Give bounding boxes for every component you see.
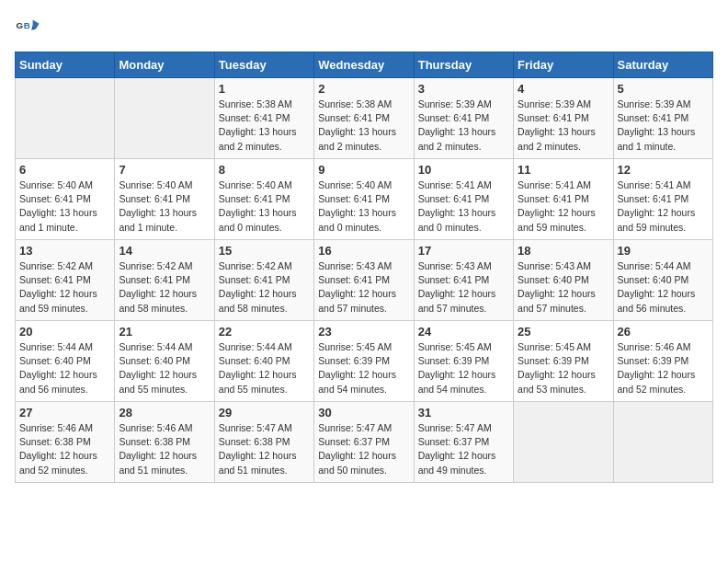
calendar-cell: 18Sunrise: 5:43 AM Sunset: 6:40 PM Dayli… <box>514 240 613 321</box>
calendar-cell: 2Sunrise: 5:38 AM Sunset: 6:41 PM Daylig… <box>314 78 414 159</box>
calendar-table: SundayMondayTuesdayWednesdayThursdayFrid… <box>15 52 713 483</box>
day-number: 29 <box>219 406 310 419</box>
day-info: Sunrise: 5:46 AM Sunset: 6:38 PM Dayligh… <box>19 421 110 477</box>
day-number: 30 <box>318 406 409 419</box>
day-number: 19 <box>618 244 709 258</box>
calendar-cell: 14Sunrise: 5:42 AM Sunset: 6:41 PM Dayli… <box>115 240 214 321</box>
day-info: Sunrise: 5:38 AM Sunset: 6:41 PM Dayligh… <box>219 98 310 154</box>
calendar-cell: 28Sunrise: 5:46 AM Sunset: 6:38 PM Dayli… <box>115 402 214 483</box>
day-number: 14 <box>119 244 210 258</box>
calendar-cell: 17Sunrise: 5:43 AM Sunset: 6:41 PM Dayli… <box>414 240 513 321</box>
day-info: Sunrise: 5:42 AM Sunset: 6:41 PM Dayligh… <box>119 259 210 316</box>
calendar-cell: 30Sunrise: 5:47 AM Sunset: 6:37 PM Dayli… <box>314 402 414 483</box>
day-number: 28 <box>119 406 210 419</box>
calendar-cell: 3Sunrise: 5:39 AM Sunset: 6:41 PM Daylig… <box>414 78 513 159</box>
calendar-week-row: 27Sunrise: 5:46 AM Sunset: 6:38 PM Dayli… <box>16 402 713 483</box>
day-number: 15 <box>219 244 310 258</box>
calendar-cell: 27Sunrise: 5:46 AM Sunset: 6:38 PM Dayli… <box>16 402 115 483</box>
calendar-cell: 6Sunrise: 5:40 AM Sunset: 6:41 PM Daylig… <box>16 159 115 240</box>
weekday-header-cell: Monday <box>115 52 214 78</box>
calendar-cell: 11Sunrise: 5:41 AM Sunset: 6:41 PM Dayli… <box>514 159 613 240</box>
calendar-cell: 31Sunrise: 5:47 AM Sunset: 6:37 PM Dayli… <box>414 402 513 483</box>
svg-text:G: G <box>16 20 23 30</box>
day-number: 26 <box>618 325 709 339</box>
day-number: 16 <box>318 244 409 258</box>
calendar-body: 1Sunrise: 5:38 AM Sunset: 6:41 PM Daylig… <box>16 78 713 483</box>
day-number: 4 <box>518 82 609 96</box>
calendar-cell: 26Sunrise: 5:46 AM Sunset: 6:39 PM Dayli… <box>613 321 712 402</box>
day-info: Sunrise: 5:45 AM Sunset: 6:39 PM Dayligh… <box>418 340 509 396</box>
day-info: Sunrise: 5:42 AM Sunset: 6:41 PM Dayligh… <box>19 259 110 316</box>
day-info: Sunrise: 5:41 AM Sunset: 6:41 PM Dayligh… <box>418 178 509 235</box>
calendar-cell <box>514 402 613 483</box>
calendar-week-row: 20Sunrise: 5:44 AM Sunset: 6:40 PM Dayli… <box>16 321 713 402</box>
calendar-cell: 8Sunrise: 5:40 AM Sunset: 6:41 PM Daylig… <box>214 159 313 240</box>
header: G B <box>15 15 713 40</box>
calendar-cell <box>613 402 712 483</box>
day-number: 24 <box>418 325 509 339</box>
day-number: 12 <box>618 163 709 177</box>
calendar-cell: 21Sunrise: 5:44 AM Sunset: 6:40 PM Dayli… <box>115 321 214 402</box>
day-info: Sunrise: 5:39 AM Sunset: 6:41 PM Dayligh… <box>618 98 709 154</box>
day-number: 31 <box>418 406 509 419</box>
svg-text:B: B <box>24 20 30 30</box>
day-info: Sunrise: 5:41 AM Sunset: 6:41 PM Dayligh… <box>618 178 709 235</box>
day-info: Sunrise: 5:43 AM Sunset: 6:40 PM Dayligh… <box>518 259 609 316</box>
day-info: Sunrise: 5:40 AM Sunset: 6:41 PM Dayligh… <box>219 178 310 235</box>
day-info: Sunrise: 5:38 AM Sunset: 6:41 PM Dayligh… <box>318 98 409 154</box>
calendar-cell <box>115 78 214 159</box>
calendar-week-row: 6Sunrise: 5:40 AM Sunset: 6:41 PM Daylig… <box>16 159 713 240</box>
weekday-header-row: SundayMondayTuesdayWednesdayThursdayFrid… <box>16 52 713 78</box>
day-info: Sunrise: 5:43 AM Sunset: 6:41 PM Dayligh… <box>318 259 409 316</box>
day-info: Sunrise: 5:40 AM Sunset: 6:41 PM Dayligh… <box>119 178 210 235</box>
day-info: Sunrise: 5:46 AM Sunset: 6:38 PM Dayligh… <box>119 421 210 477</box>
day-number: 5 <box>618 82 709 96</box>
calendar-cell: 10Sunrise: 5:41 AM Sunset: 6:41 PM Dayli… <box>414 159 513 240</box>
calendar-cell: 7Sunrise: 5:40 AM Sunset: 6:41 PM Daylig… <box>115 159 214 240</box>
day-number: 2 <box>318 82 409 96</box>
day-info: Sunrise: 5:43 AM Sunset: 6:41 PM Dayligh… <box>418 259 509 316</box>
day-number: 17 <box>418 244 509 258</box>
day-info: Sunrise: 5:39 AM Sunset: 6:41 PM Dayligh… <box>518 98 609 154</box>
weekday-header-cell: Tuesday <box>214 52 313 78</box>
calendar-cell: 5Sunrise: 5:39 AM Sunset: 6:41 PM Daylig… <box>613 78 712 159</box>
logo: G B <box>15 15 44 40</box>
calendar-week-row: 1Sunrise: 5:38 AM Sunset: 6:41 PM Daylig… <box>16 78 713 159</box>
day-number: 13 <box>19 244 110 258</box>
calendar-cell: 19Sunrise: 5:44 AM Sunset: 6:40 PM Dayli… <box>613 240 712 321</box>
day-info: Sunrise: 5:42 AM Sunset: 6:41 PM Dayligh… <box>219 259 310 316</box>
calendar-cell: 23Sunrise: 5:45 AM Sunset: 6:39 PM Dayli… <box>314 321 414 402</box>
day-info: Sunrise: 5:47 AM Sunset: 6:38 PM Dayligh… <box>219 421 310 477</box>
day-info: Sunrise: 5:44 AM Sunset: 6:40 PM Dayligh… <box>19 340 110 396</box>
calendar-cell: 24Sunrise: 5:45 AM Sunset: 6:39 PM Dayli… <box>414 321 513 402</box>
calendar-week-row: 13Sunrise: 5:42 AM Sunset: 6:41 PM Dayli… <box>16 240 713 321</box>
day-number: 7 <box>119 163 210 177</box>
calendar-cell: 1Sunrise: 5:38 AM Sunset: 6:41 PM Daylig… <box>214 78 313 159</box>
weekday-header-cell: Thursday <box>414 52 513 78</box>
day-number: 1 <box>219 82 310 96</box>
weekday-header-cell: Saturday <box>613 52 712 78</box>
weekday-header-cell: Sunday <box>16 52 115 78</box>
day-number: 25 <box>518 325 609 339</box>
weekday-header-cell: Friday <box>514 52 613 78</box>
day-info: Sunrise: 5:45 AM Sunset: 6:39 PM Dayligh… <box>318 340 409 396</box>
day-info: Sunrise: 5:44 AM Sunset: 6:40 PM Dayligh… <box>618 259 709 316</box>
day-info: Sunrise: 5:44 AM Sunset: 6:40 PM Dayligh… <box>219 340 310 396</box>
day-number: 21 <box>119 325 210 339</box>
day-info: Sunrise: 5:41 AM Sunset: 6:41 PM Dayligh… <box>518 178 609 235</box>
day-info: Sunrise: 5:46 AM Sunset: 6:39 PM Dayligh… <box>618 340 709 396</box>
day-number: 11 <box>518 163 609 177</box>
calendar-cell: 16Sunrise: 5:43 AM Sunset: 6:41 PM Dayli… <box>314 240 414 321</box>
day-number: 9 <box>318 163 409 177</box>
calendar-cell: 15Sunrise: 5:42 AM Sunset: 6:41 PM Dayli… <box>214 240 313 321</box>
day-number: 23 <box>318 325 409 339</box>
day-number: 10 <box>418 163 509 177</box>
day-number: 20 <box>19 325 110 339</box>
day-number: 27 <box>19 406 110 419</box>
calendar-cell: 25Sunrise: 5:45 AM Sunset: 6:39 PM Dayli… <box>514 321 613 402</box>
weekday-header-cell: Wednesday <box>314 52 414 78</box>
day-number: 8 <box>219 163 310 177</box>
calendar-cell <box>16 78 115 159</box>
calendar-cell: 12Sunrise: 5:41 AM Sunset: 6:41 PM Dayli… <box>613 159 712 240</box>
day-info: Sunrise: 5:47 AM Sunset: 6:37 PM Dayligh… <box>418 421 509 477</box>
